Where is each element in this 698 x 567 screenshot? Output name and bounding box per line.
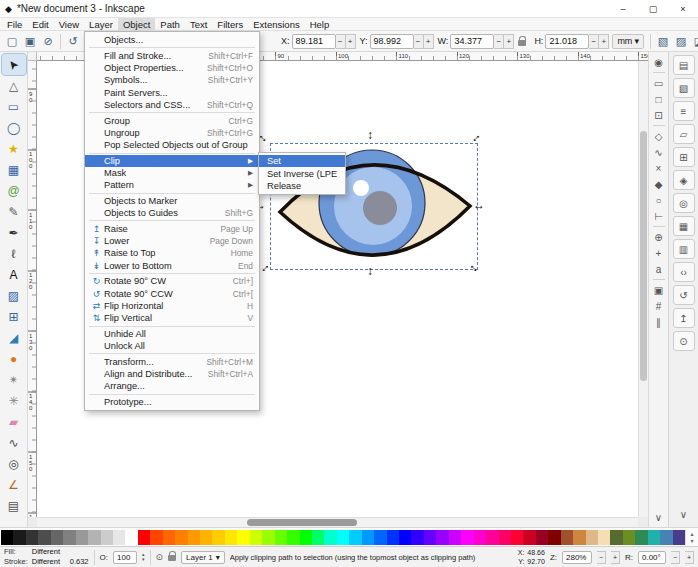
vertical-scrollbar-thumb[interactable] bbox=[640, 131, 647, 381]
palette-swatch[interactable] bbox=[63, 530, 75, 545]
minimize-button[interactable]: – bbox=[608, 0, 638, 17]
dialog-objects-icon[interactable]: ≡ bbox=[673, 101, 695, 121]
menu-filters[interactable]: Filters bbox=[212, 18, 248, 30]
menu-item-flip-vertical[interactable]: ⇅Flip VerticalV bbox=[85, 312, 259, 324]
palette-swatch[interactable] bbox=[150, 530, 162, 545]
palette-swatch[interactable] bbox=[436, 530, 448, 545]
palette-swatch[interactable] bbox=[424, 530, 436, 545]
palette-swatch[interactable] bbox=[26, 530, 38, 545]
palette-scroll-up-icon[interactable]: ▴ bbox=[690, 530, 693, 537]
palette-scrollbar[interactable]: ▴ ▾ bbox=[685, 529, 698, 546]
palette-swatch[interactable] bbox=[573, 530, 585, 545]
palette-swatch[interactable] bbox=[548, 530, 560, 545]
dialog-symbols-icon[interactable]: ◎ bbox=[673, 193, 695, 213]
palette-swatch[interactable] bbox=[623, 530, 635, 545]
palette-swatch[interactable] bbox=[673, 530, 685, 545]
snap-grid-icon[interactable]: # bbox=[651, 298, 667, 314]
palette-swatch[interactable] bbox=[38, 530, 50, 545]
dialogbar-more-icon[interactable]: ∨ bbox=[673, 504, 695, 524]
palette-swatch[interactable] bbox=[610, 530, 622, 545]
h-decrement-button[interactable]: − bbox=[589, 34, 599, 49]
palette-swatch[interactable] bbox=[51, 530, 63, 545]
palette-swatch[interactable] bbox=[648, 530, 660, 545]
menu-help[interactable]: Help bbox=[305, 18, 335, 30]
snap-paths-icon[interactable]: ∿ bbox=[651, 144, 667, 160]
palette-swatch[interactable] bbox=[188, 530, 200, 545]
rotation-decrement-button[interactable]: − bbox=[671, 551, 680, 564]
menu-item-unlock-all[interactable]: Unlock All bbox=[85, 340, 259, 352]
palette-swatch[interactable] bbox=[76, 530, 88, 545]
dialog-align-distribute-icon[interactable]: ⊞ bbox=[673, 147, 695, 167]
selection-handle-top-right[interactable]: ↔ bbox=[469, 131, 481, 143]
rectangle-tool[interactable]: ▭ bbox=[2, 96, 26, 117]
palette-swatch[interactable] bbox=[237, 530, 249, 545]
palette-swatch[interactable] bbox=[474, 530, 486, 545]
palette-swatch[interactable] bbox=[449, 530, 461, 545]
tweak-tool[interactable]: ✴ bbox=[2, 369, 26, 390]
palette-swatch[interactable] bbox=[511, 530, 523, 545]
x-decrement-button[interactable]: − bbox=[336, 34, 346, 49]
layer-selector[interactable]: Layer 1 ▾ bbox=[181, 551, 225, 564]
menu-item-lower-to-bottom[interactable]: ↡Lower to BottomEnd bbox=[85, 260, 259, 272]
ellipse-tool[interactable]: ◯ bbox=[2, 117, 26, 138]
dialog-document-properties-icon[interactable]: ◈ bbox=[673, 170, 695, 190]
palette-swatch[interactable] bbox=[399, 530, 411, 545]
move-clips-toggle-icon[interactable]: ◪ bbox=[691, 33, 698, 50]
menu-item-mask[interactable]: Mask▶ bbox=[85, 167, 259, 179]
node-tool[interactable]: △ bbox=[2, 75, 26, 96]
w-decrement-button[interactable]: − bbox=[494, 34, 504, 49]
palette-swatch[interactable] bbox=[113, 530, 125, 545]
submenu-item-set[interactable]: Set bbox=[259, 155, 345, 167]
selection-handle-top[interactable]: ↕ bbox=[367, 129, 373, 141]
palette-swatch[interactable] bbox=[486, 530, 498, 545]
y-decrement-button[interactable]: − bbox=[414, 34, 424, 49]
palette-swatch[interactable] bbox=[349, 530, 361, 545]
menu-object[interactable]: Object bbox=[118, 18, 155, 30]
dialog-export-icon[interactable]: ↥ bbox=[673, 308, 695, 328]
menu-item-raise[interactable]: ↥RaisePage Up bbox=[85, 222, 259, 234]
spray-tool[interactable]: ✳ bbox=[2, 390, 26, 411]
menu-item-pop-selected-objects-out-of-group[interactable]: Pop Selected Objects out of Group bbox=[85, 139, 259, 151]
vertical-scrollbar[interactable] bbox=[638, 61, 648, 517]
menu-file[interactable]: File bbox=[2, 18, 27, 30]
palette-swatch[interactable] bbox=[374, 530, 386, 545]
h-increment-button[interactable]: + bbox=[599, 34, 609, 49]
spiral-tool[interactable]: @ bbox=[2, 180, 26, 201]
rotation-increment-button[interactable]: + bbox=[685, 551, 694, 564]
deselect-icon[interactable]: ⊘ bbox=[40, 33, 56, 50]
w-input[interactable]: 34.377 bbox=[450, 34, 494, 49]
zoom-tool[interactable]: ◎ bbox=[2, 453, 26, 474]
snap-nodes-icon[interactable]: ◇ bbox=[651, 128, 667, 144]
calligraphy-tool[interactable]: ℓ bbox=[2, 243, 26, 264]
zoom-input[interactable]: 280% bbox=[562, 551, 592, 564]
dialog-find-icon[interactable]: ⊙ bbox=[673, 331, 695, 351]
dialog-xml-editor-icon[interactable]: ‹› bbox=[673, 262, 695, 282]
snap-page-border-icon[interactable]: ▣ bbox=[651, 282, 667, 298]
palette-swatch[interactable] bbox=[287, 530, 299, 545]
select-all-icon[interactable]: ▢ bbox=[4, 33, 20, 50]
palette-swatch[interactable] bbox=[163, 530, 175, 545]
dialog-swatches-icon[interactable]: ▥ bbox=[673, 239, 695, 259]
palette-swatch[interactable] bbox=[175, 530, 187, 545]
palette-swatch[interactable] bbox=[200, 530, 212, 545]
palette-swatch[interactable] bbox=[324, 530, 336, 545]
horizontal-scrollbar-thumb[interactable] bbox=[247, 519, 357, 526]
menu-item-align-and-distribute[interactable]: Align and Distribute...Shift+Ctrl+A bbox=[85, 368, 259, 380]
h-input[interactable]: 21.018 bbox=[545, 34, 589, 49]
palette-swatch[interactable] bbox=[88, 530, 100, 545]
palette-swatch[interactable] bbox=[362, 530, 374, 545]
close-button[interactable]: × bbox=[668, 0, 698, 17]
snap-bbox-edges-icon[interactable]: □ bbox=[651, 91, 667, 107]
menu-item-symbols[interactable]: Symbols...Shift+Ctrl+Y bbox=[85, 74, 259, 86]
menu-item-raise-to-top[interactable]: ↟Raise to TopHome bbox=[85, 247, 259, 259]
palette-swatch[interactable] bbox=[312, 530, 324, 545]
lock-ratio-icon[interactable] bbox=[515, 36, 529, 46]
menu-item-objects[interactable]: Objects... bbox=[85, 34, 259, 46]
menu-extensions[interactable]: Extensions bbox=[248, 18, 304, 30]
palette-swatch[interactable] bbox=[561, 530, 573, 545]
menu-item-prototype[interactable]: Prototype... bbox=[85, 396, 259, 408]
snap-path-intersections-icon[interactable]: × bbox=[651, 160, 667, 176]
y-input[interactable]: 98.992 bbox=[370, 34, 414, 49]
palette-swatch[interactable] bbox=[635, 530, 647, 545]
palette-scroll-down-icon[interactable]: ▾ bbox=[690, 537, 693, 544]
